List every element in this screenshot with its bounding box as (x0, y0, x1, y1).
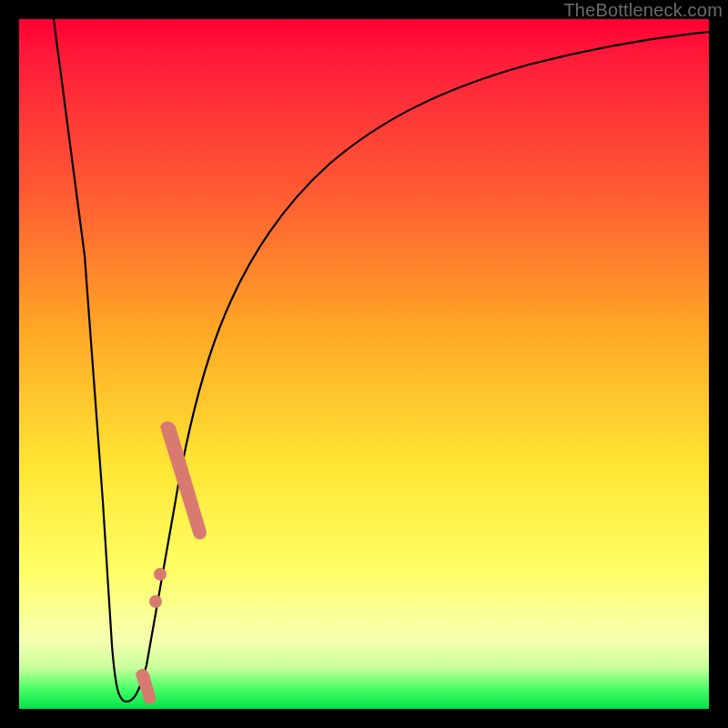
highlight-dot (149, 595, 162, 608)
curve-svg (19, 19, 709, 709)
highlight-dot (154, 568, 167, 581)
highlight-dots (160, 421, 207, 540)
highlight-dot (136, 669, 156, 704)
watermark-text: TheBottleneck.com (563, 0, 723, 21)
plot-area (19, 19, 709, 709)
chart-frame: TheBottleneck.com (0, 0, 728, 728)
